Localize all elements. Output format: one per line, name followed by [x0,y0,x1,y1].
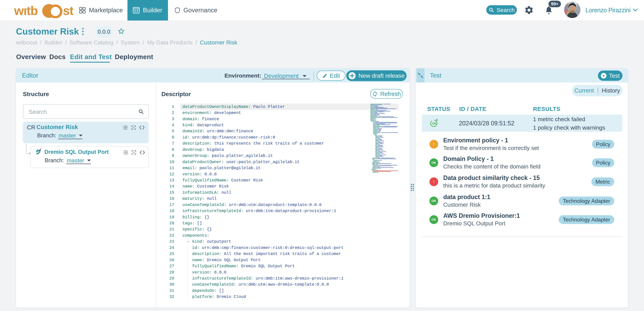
svg-text:wıtb: wıtb [14,4,38,18]
svg-text:*: * [436,119,438,123]
svg-text:st: st [63,4,73,18]
